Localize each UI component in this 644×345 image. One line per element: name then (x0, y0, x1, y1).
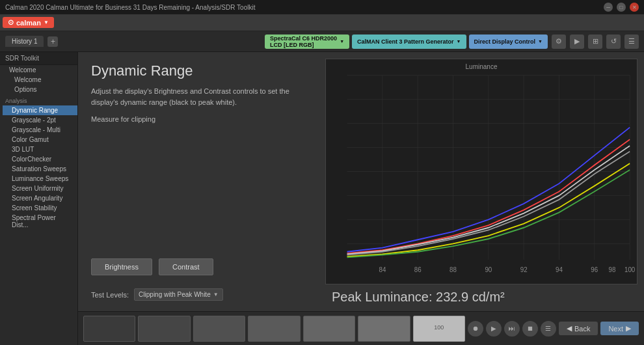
sidebar-item-3dlut[interactable]: 3D LUT (3, 145, 77, 154)
nav-buttons: ⏺ ▶ ⏭ ⏹ ☰ ◀ Back Next ▶ (468, 321, 639, 337)
svg-text:88: 88 (449, 266, 457, 273)
right-panel: Luminance (325, 52, 644, 311)
film-cell-4 (303, 316, 355, 342)
title-text: Calman 2020 Calman Ultimate for Business… (5, 4, 255, 11)
nav-stop-btn[interactable]: ⏹ (522, 321, 538, 337)
main-area: SDR Toolkit Welcome Welcome Options Anal… (0, 52, 644, 345)
sidebar-item-screen-angularity[interactable]: Screen Angularity (3, 193, 77, 203)
close-button[interactable]: ✕ (630, 3, 639, 12)
content-area: Dynamic Range Adjust the display's Brigh… (78, 52, 644, 345)
back-icon: ◀ (567, 324, 572, 333)
grid-icon-btn[interactable]: ⊞ (588, 34, 602, 49)
sidebar-item-grayscale-2pt[interactable]: Grayscale - 2pt (3, 115, 77, 125)
sidebar-item-welcome[interactable]: Welcome (5, 75, 77, 85)
minimize-button[interactable]: ─ (604, 3, 613, 12)
action-buttons: Brightness Contrast (91, 258, 312, 275)
logo-icon: ⊙ (8, 18, 14, 27)
film-cell-2 (193, 316, 245, 342)
chart-title: Luminance (326, 63, 637, 70)
device-pill-2[interactable]: Direct Display Control ▼ (469, 34, 548, 49)
svg-text:86: 86 (414, 266, 422, 273)
window-controls: ─ □ ✕ (604, 3, 639, 12)
history-tab-label: History 1 (12, 38, 37, 45)
sidebar-item-luminance-sweeps[interactable]: Luminance Sweeps (3, 174, 77, 184)
sidebar-item-screen-uniformity[interactable]: Screen Uniformity (3, 184, 77, 193)
next-label: Next (608, 325, 623, 333)
sidebar-item-spectral-power[interactable]: Spectral Power Dist... (3, 213, 77, 230)
device-label-0: SpectraCal C6 HDR2000LCD [LED RGB] (270, 35, 337, 48)
brightness-button[interactable]: Brightness (91, 258, 152, 275)
device-arrow-0: ▼ (340, 39, 344, 44)
calman-logo[interactable]: ⊙ calman ▼ (3, 17, 54, 28)
test-levels-value: Clipping with Peak White (139, 291, 211, 298)
menu-icon-btn[interactable]: ☰ (624, 34, 639, 49)
back-button[interactable]: ◀ Back (559, 322, 598, 335)
dropdown-arrow-icon: ▼ (213, 292, 219, 297)
device-label-1: CalMAN Client 3 Pattern Generator (357, 38, 454, 45)
maximize-button[interactable]: □ (617, 3, 626, 12)
film-cell-6: 100 (413, 316, 465, 342)
left-bottom: Brightness Contrast Test Levels: Clippin… (91, 258, 312, 301)
chart-container: Luminance (325, 59, 637, 284)
film-cell-0 (83, 316, 135, 342)
svg-text:98: 98 (609, 266, 616, 273)
toolbar: History 1 + SpectraCal C6 HDR2000LCD [LE… (0, 31, 644, 52)
measure-clipping-text: Measure for clipping (91, 115, 312, 123)
sidebar-item-grayscale-multi[interactable]: Grayscale - Multi (3, 125, 77, 135)
logo-arrow: ▼ (44, 20, 49, 25)
nav-skip-btn[interactable]: ⏭ (504, 321, 520, 337)
sidebar-item-color-gamut[interactable]: Color Gamut (3, 135, 77, 145)
sidebar-item-options[interactable]: Options (5, 85, 77, 94)
device-arrow-1: ▼ (457, 39, 461, 44)
film-cell-3 (248, 316, 300, 342)
nav-more-btn[interactable]: ☰ (541, 321, 556, 337)
settings-icon-btn[interactable]: ⚙ (552, 34, 566, 49)
device-label-2: Direct Display Control (474, 38, 536, 45)
filmstrip: 100 ⏺ ▶ ⏭ ⏹ ☰ ◀ Back Next ▶ (78, 311, 644, 345)
svg-text:92: 92 (520, 266, 528, 273)
back-label: Back (574, 325, 590, 333)
title-bar: Calman 2020 Calman Ultimate for Business… (0, 0, 644, 14)
next-icon: ▶ (626, 324, 631, 333)
svg-text:96: 96 (591, 266, 598, 273)
page-title: Dynamic Range (91, 62, 312, 79)
sidebar-item-colorchecker[interactable]: ColorChecker (3, 154, 77, 164)
history-tab[interactable]: History 1 (5, 36, 44, 47)
sidebar-group-analysis: Analysis (0, 94, 77, 105)
nav-record-btn[interactable]: ⏺ (468, 321, 483, 337)
sidebar-item-dynamic-range[interactable]: Dynamic Range (3, 105, 77, 115)
sidebar-scroll: Welcome Welcome Options Analysis Dynamic… (0, 65, 77, 345)
menu-bar: ⊙ calman ▼ (0, 14, 644, 31)
device-pill-0[interactable]: SpectraCal C6 HDR2000LCD [LED RGB] ▼ (265, 34, 349, 49)
svg-text:90: 90 (485, 266, 492, 273)
film-cell-5 (358, 316, 410, 342)
left-panel: Dynamic Range Adjust the display's Brigh… (78, 52, 325, 311)
sidebar: SDR Toolkit Welcome Welcome Options Anal… (0, 52, 78, 345)
add-history-button[interactable]: + (47, 36, 58, 47)
svg-text:94: 94 (556, 266, 563, 273)
svg-text:84: 84 (379, 266, 386, 273)
luminance-chart: 84 86 88 90 92 94 96 98 100 (326, 59, 637, 284)
sidebar-title: SDR Toolkit (0, 52, 77, 65)
nav-play-btn[interactable]: ▶ (486, 321, 502, 337)
device-pill-1[interactable]: CalMAN Client 3 Pattern Generator ▼ (352, 34, 466, 49)
device-arrow-2: ▼ (538, 39, 543, 44)
refresh-icon-btn[interactable]: ↺ (606, 34, 621, 49)
logo-text: calman (16, 19, 41, 27)
sidebar-item-welcome-top[interactable]: Welcome (0, 65, 77, 75)
device-pills: SpectraCal C6 HDR2000LCD [LED RGB] ▼ Cal… (265, 34, 548, 49)
next-button[interactable]: Next ▶ (600, 322, 639, 335)
page-description: Adjust the display's Brightness and Cont… (91, 86, 312, 107)
sidebar-item-screen-stability[interactable]: Screen Stability (3, 203, 77, 213)
peak-luminance: Peak Luminance: 232.9 cd/m² (325, 290, 637, 305)
test-levels-label: Test Levels: (91, 291, 129, 299)
sidebar-item-saturation-sweeps[interactable]: Saturation Sweeps (3, 164, 77, 174)
film-cell-1 (138, 316, 190, 342)
test-levels-dropdown[interactable]: Clipping with Peak White ▼ (134, 288, 223, 301)
play-icon-btn[interactable]: ▶ (570, 34, 584, 49)
test-levels-row: Test Levels: Clipping with Peak White ▼ (91, 288, 312, 301)
svg-text:100: 100 (624, 266, 635, 273)
contrast-button[interactable]: Contrast (159, 258, 213, 275)
content-main: Dynamic Range Adjust the display's Brigh… (78, 52, 644, 311)
